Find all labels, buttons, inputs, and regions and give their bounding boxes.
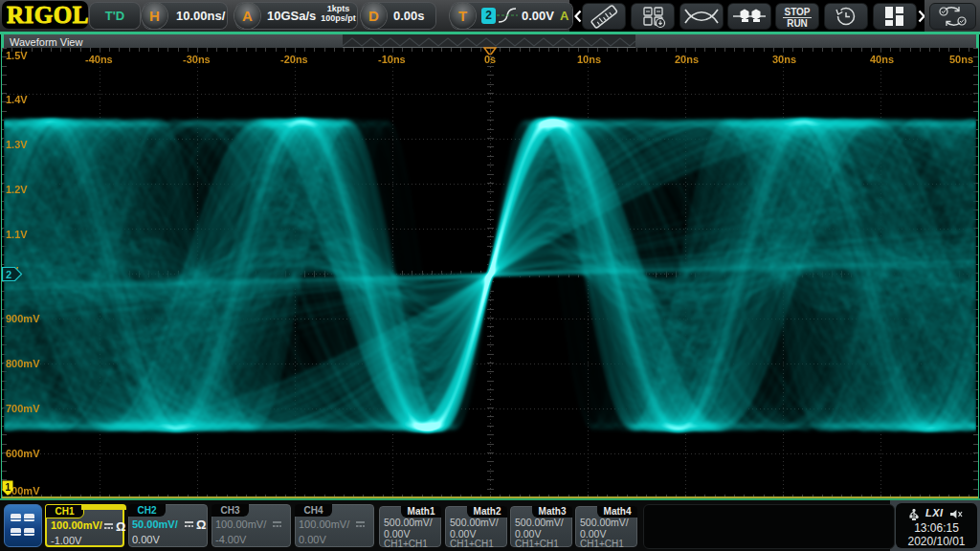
svg-text:1: 1 — [5, 482, 11, 493]
svg-text:2: 2 — [6, 269, 11, 280]
svg-text:Ω: Ω — [196, 518, 206, 530]
svg-text:Ω: Ω — [116, 520, 125, 532]
